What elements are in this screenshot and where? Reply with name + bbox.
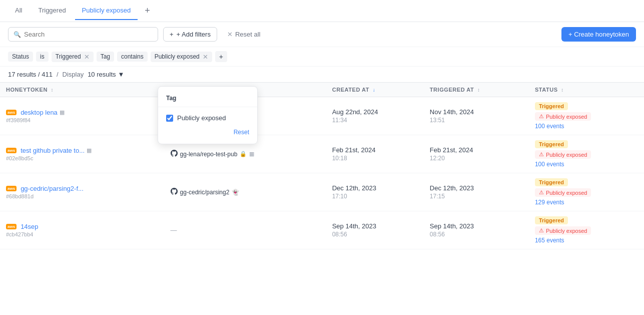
- created-at-cell: Sep 14th, 2023 08:56: [326, 211, 424, 249]
- status-cell-inner: Triggered ⚠ Publicly exposed 129 events: [535, 178, 638, 206]
- status-cell: Triggered ⚠ Publicly exposed 100 events: [529, 97, 644, 135]
- honeytoken-name[interactable]: aws desktop lena ▦: [6, 109, 159, 116]
- table-row: aws 14sep #cb427bb4 — Sep 14th, 2023 08:…: [0, 211, 644, 249]
- triggered-at-cell: Nov 14th, 2024 13:51: [424, 97, 529, 135]
- created-at-cell: Dec 12th, 2023 17:10: [326, 173, 424, 211]
- created-date: Feb 21st, 2024: [332, 146, 418, 154]
- filter-chip-triggered: Triggered ✕: [52, 52, 94, 62]
- events-link[interactable]: 100 events: [535, 161, 564, 168]
- status-cell-inner: Triggered ⚠ Publicly exposed 100 events: [535, 140, 638, 168]
- status-triggered-badge: Triggered: [535, 102, 568, 110]
- source-dash: —: [171, 226, 177, 234]
- status-cell: Triggered ⚠ Publicly exposed 100 events: [529, 135, 644, 173]
- triggered-date: Sep 14th, 2023: [430, 222, 523, 230]
- table-row: aws test github private to... ▦ #02e8bd5…: [0, 135, 644, 173]
- status-exposed-badge: ⚠ Publicly exposed: [535, 150, 591, 159]
- filter-chip-tag: Tag: [97, 52, 114, 62]
- contains-label: contains: [121, 53, 144, 60]
- create-label: + Create honeytoken: [568, 31, 629, 38]
- col-triggered-at[interactable]: TRIGGERED AT ↕: [424, 83, 529, 97]
- chevron-down-icon: ▼: [118, 71, 125, 78]
- honeytoken-name[interactable]: aws 14sep: [6, 223, 159, 230]
- tab-add[interactable]: +: [140, 3, 155, 19]
- col-created-at[interactable]: CREATED AT ↓: [326, 83, 424, 97]
- events-link[interactable]: 165 events: [535, 237, 564, 244]
- triggered-date: Nov 14th, 2024: [430, 108, 523, 116]
- ghost-icon: 👻: [232, 189, 239, 196]
- dropdown-reset-button[interactable]: Reset: [234, 129, 249, 136]
- search-icon: 🔍: [14, 31, 21, 38]
- github-icon: [171, 188, 178, 196]
- warning-icon: ⚠: [539, 189, 544, 196]
- honeytoken-hash: #68bd881d: [6, 193, 159, 199]
- reset-all-label: Reset all: [235, 31, 261, 38]
- tab-publicly-exposed[interactable]: Publicly exposed: [75, 2, 138, 20]
- status-cell: Triggered ⚠ Publicly exposed 129 events: [529, 173, 644, 211]
- warning-icon: ⚠: [539, 151, 544, 158]
- table-container: HONEYTOKEN ↕ SOURCE ↕ CREATED AT ↓ TRIGG…: [0, 83, 644, 249]
- dropdown-title: Tag: [158, 93, 257, 107]
- created-at-cell: Feb 21st, 2024 10:18: [326, 135, 424, 173]
- created-time: 17:10: [332, 193, 418, 200]
- create-honeytoken-button[interactable]: + Create honeytoken: [561, 27, 636, 42]
- status-cell-inner: Triggered ⚠ Publicly exposed 165 events: [535, 216, 638, 244]
- dropdown-reset-area: Reset: [158, 125, 257, 138]
- created-at-cell: Aug 22nd, 2024 11:34: [326, 97, 424, 135]
- triggered-date: Feb 21st, 2024: [430, 146, 523, 154]
- honeytokens-table: HONEYTOKEN ↕ SOURCE ↕ CREATED AT ↓ TRIGG…: [0, 83, 644, 249]
- status-cell-inner: Triggered ⚠ Publicly exposed 100 events: [535, 102, 638, 130]
- dropdown-item-publicly-exposed[interactable]: Publicly exposed: [158, 111, 257, 125]
- display-value: 10 results: [88, 71, 116, 78]
- triggered-at-cell: Dec 12th, 2023 17:15: [424, 173, 529, 211]
- sort-icon-triggered: ↕: [477, 87, 480, 93]
- table-row: aws desktop lena ▦ #f3989f84 gg-lena/tam…: [0, 97, 644, 135]
- status-triggered-badge: Triggered: [535, 178, 568, 186]
- is-label: is: [40, 53, 45, 60]
- honeytoken-name[interactable]: aws gg-cedric/parsing2-f...: [6, 185, 159, 192]
- events-link[interactable]: 100 events: [535, 123, 564, 130]
- status-triggered-badge: Triggered: [535, 140, 568, 148]
- source-repo-text: gg-cedric/parsing2: [180, 189, 230, 196]
- status-label: Status: [12, 53, 29, 60]
- tabs-bar: All Triggered Publicly exposed +: [0, 0, 644, 22]
- search-wrapper: 🔍: [8, 27, 158, 42]
- honeytoken-name[interactable]: aws test github private to... ▦: [6, 147, 159, 154]
- remove-triggered-filter[interactable]: ✕: [84, 53, 90, 61]
- copy-icon: ▦: [60, 109, 65, 116]
- triggered-time: 13:51: [430, 117, 523, 124]
- remove-exposed-filter[interactable]: ✕: [203, 53, 208, 61]
- copy-small-icon: ▦: [249, 151, 254, 157]
- created-date: Dec 12th, 2023: [332, 184, 418, 192]
- sort-icon-created: ↓: [373, 87, 376, 93]
- checkbox-publicly-exposed[interactable]: [166, 115, 173, 122]
- search-input[interactable]: [24, 31, 153, 38]
- add-filters-button[interactable]: + + Add filters: [163, 27, 217, 42]
- col-honeytoken[interactable]: HONEYTOKEN ↕: [0, 83, 165, 97]
- filter-chip-publicly-exposed[interactable]: Publicly exposed ✕: [151, 52, 212, 62]
- reset-all-button[interactable]: ✕ Reset all: [222, 28, 266, 41]
- tag-label: Tag: [101, 53, 110, 60]
- toolbar: 🔍 + + Add filters ✕ Reset all + Create h…: [0, 22, 644, 47]
- display-select[interactable]: 10 results ▼: [88, 71, 124, 78]
- copy-icon: ▦: [87, 147, 92, 154]
- tab-triggered[interactable]: Triggered: [31, 2, 73, 20]
- status-cell: Triggered ⚠ Publicly exposed 165 events: [529, 211, 644, 249]
- add-filters-label: + Add filters: [177, 31, 211, 38]
- tab-all[interactable]: All: [8, 2, 29, 20]
- events-link[interactable]: 129 events: [535, 199, 564, 206]
- lock-icon: 🔒: [240, 151, 247, 157]
- status-exposed-badge: ⚠ Publicly exposed: [535, 112, 591, 121]
- col-status[interactable]: STATUS ↕: [529, 83, 644, 97]
- created-time: 08:56: [332, 231, 418, 238]
- filter-add-button[interactable]: +: [215, 51, 227, 62]
- sort-icon-honeytoken: ↕: [51, 87, 54, 93]
- aws-icon: aws: [6, 224, 17, 229]
- dropdown-item-label: Publicly exposed: [177, 114, 226, 122]
- aws-icon: aws: [6, 148, 17, 153]
- source-cell: —: [165, 211, 326, 249]
- created-date: Sep 14th, 2023: [332, 222, 418, 230]
- status-exposed-badge: ⚠ Publicly exposed: [535, 226, 591, 235]
- triggered-time: 12:20: [430, 155, 523, 162]
- triggered-date: Dec 12th, 2023: [430, 184, 523, 192]
- triggered-time: 08:56: [430, 231, 523, 238]
